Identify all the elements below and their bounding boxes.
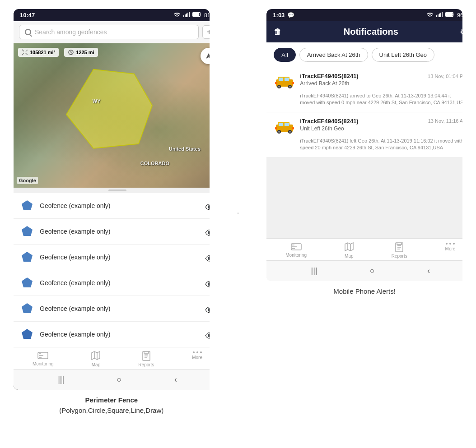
svg-rect-31 <box>285 78 289 81</box>
filter-tab-arrived[interactable]: Arrived Back At 26th <box>299 48 368 62</box>
nav-more[interactable]: More <box>192 351 202 367</box>
search-bar: Search among geofences + <box>14 21 210 43</box>
svg-rect-2 <box>186 14 187 17</box>
notif-event-1: Arrived Back At 26th <box>300 80 462 87</box>
notif-time-2: 13 Nov, 11:16 AM <box>428 118 462 124</box>
right-nav-map[interactable]: Map <box>345 242 354 259</box>
filter-tab-all[interactable]: All <box>274 48 295 62</box>
visibility-icon[interactable]: 👁‍🗨 <box>205 331 210 337</box>
right-android-back-btn[interactable]: ‹ <box>427 266 430 276</box>
android-menu-btn[interactable]: ||| <box>58 375 64 384</box>
svg-rect-46 <box>275 127 277 129</box>
nav-monitoring-label: Monitoring <box>33 361 54 366</box>
right-nav-reports-label: Reports <box>392 254 407 259</box>
geofence-icon <box>21 251 33 263</box>
right-nav-more[interactable]: More <box>445 242 456 259</box>
android-home-btn[interactable]: ○ <box>117 375 122 384</box>
right-signal-icon <box>436 12 443 18</box>
nav-reports-label: Reports <box>138 362 154 367</box>
notification-item-2[interactable]: iTrackEF4940S(8241) 13 Nov, 11:16 AM Uni… <box>266 112 462 157</box>
search-placeholder: Search among geofences <box>35 28 107 36</box>
right-reports-icon <box>395 242 404 252</box>
right-nav-monitoring[interactable]: Monitoring <box>285 242 307 259</box>
svg-rect-4 <box>189 12 190 17</box>
right-more-icon <box>446 242 455 245</box>
geofence-label: Geofence (example only) <box>40 254 199 261</box>
add-geofence-button[interactable]: + <box>202 25 210 39</box>
delete-button[interactable]: 🗑 <box>274 27 282 37</box>
svg-rect-21 <box>436 15 437 17</box>
right-nav-reports[interactable]: Reports <box>392 242 407 259</box>
geofence-label: Geofence (example only) <box>40 305 199 312</box>
nav-map[interactable]: Map <box>91 351 100 367</box>
list-item[interactable]: Geofence (example only) 👁‍🗨 <box>14 270 210 296</box>
left-caption: Perimeter Fence Perimeter Fence (Polygon… <box>14 390 210 416</box>
android-back-btn[interactable]: ‹ <box>174 375 177 384</box>
right-wifi-icon <box>426 12 434 18</box>
notif-device-2: iTrackEF4940S(8241) <box>300 118 358 125</box>
right-time: 1:03 <box>273 12 285 18</box>
notif-top-1: iTrackEF4940S(8241) 13 Nov, 01:04 PM Arr… <box>274 73 462 90</box>
notif-time-1: 13 Nov, 01:04 PM <box>428 74 462 79</box>
geofence-icon <box>21 199 33 212</box>
list-item[interactable]: Geofence (example only) 👁‍🗨 <box>14 219 210 245</box>
geofence-list: Geofence (example only) 👁‍🗨 Geofence (ex… <box>14 193 210 347</box>
battery-pct: 81% <box>204 12 210 18</box>
list-item[interactable]: Geofence (example only) 👁‍🗨 <box>14 245 210 270</box>
notification-item-1[interactable]: iTrackEF4940S(8241) 13 Nov, 01:04 PM Arr… <box>266 67 462 112</box>
notif-meta-2: iTrackEF4940S(8241) 13 Nov, 11:16 AM Uni… <box>300 118 462 132</box>
distance-stat: 1225 mi <box>64 48 98 57</box>
list-item[interactable]: Geofence (example only) 👁‍🗨 <box>14 193 210 219</box>
svg-point-51 <box>449 243 451 245</box>
nav-monitoring[interactable]: Monitoring <box>33 351 54 367</box>
list-item[interactable]: Geofence (example only) 👁‍🗨 <box>14 322 210 347</box>
right-android-home-btn[interactable]: ○ <box>370 266 375 276</box>
svg-rect-27 <box>446 13 453 16</box>
svg-marker-7 <box>66 69 152 148</box>
svg-marker-14 <box>22 303 33 313</box>
svg-rect-37 <box>292 82 294 84</box>
notifications-header: 🗑 Notifications ⚙ <box>266 21 462 42</box>
svg-rect-0 <box>183 15 184 17</box>
visibility-icon[interactable]: 👁‍🗨 <box>205 203 210 209</box>
svg-rect-25 <box>442 12 443 17</box>
right-status-bar: 1:03 💬 <box>266 9 462 21</box>
left-bottom-nav: Monitoring Map Reports <box>14 347 210 369</box>
visibility-icon[interactable]: 👁‍🗨 <box>205 305 210 312</box>
geofence-icon <box>21 328 33 341</box>
gray-area <box>266 157 462 238</box>
right-status-icons: 96% <box>426 12 462 18</box>
svg-point-35 <box>289 86 291 88</box>
notif-top-2: iTrackEF4940S(8241) 13 Nov, 11:16 AM Uni… <box>274 118 462 135</box>
right-screen: 1:03 💬 <box>266 9 462 281</box>
search-input-area[interactable]: Search among geofences <box>19 25 199 39</box>
map-label-wy: WY <box>93 98 101 104</box>
right-nav-map-label: Map <box>345 254 353 259</box>
nav-more-label: More <box>192 355 202 360</box>
battery-icon <box>192 12 201 18</box>
svg-point-43 <box>278 131 280 133</box>
list-item[interactable]: Geofence (example only) 👁‍🗨 <box>14 296 210 322</box>
left-caption-detail: (Polygon,Circle,Square,Line,Draw) <box>59 406 163 414</box>
visibility-icon[interactable]: 👁‍🗨 <box>205 254 210 260</box>
settings-button[interactable]: ⚙ <box>460 27 462 37</box>
right-monitoring-icon <box>291 242 302 251</box>
svg-rect-1 <box>185 14 186 17</box>
right-android-menu-btn[interactable]: ||| <box>311 266 317 276</box>
car-avatar-1 <box>274 73 295 90</box>
google-logo: Google <box>17 177 38 184</box>
svg-marker-12 <box>22 252 33 262</box>
visibility-icon[interactable]: 👁‍🗨 <box>205 280 210 286</box>
geofence-icon <box>21 302 33 315</box>
left-screen: 10:47 <box>14 9 210 390</box>
visibility-icon[interactable]: 👁‍🗨 <box>205 228 210 235</box>
map-area[interactable]: 105821 mi² 1225 mi WY United States COLO… <box>14 43 210 188</box>
svg-point-33 <box>278 86 280 88</box>
nav-reports[interactable]: Reports <box>138 351 154 367</box>
svg-rect-6 <box>193 13 199 16</box>
filter-tab-unit-left[interactable]: Unit Left 26th Geo <box>372 48 435 62</box>
geofence-icon <box>21 225 33 238</box>
scroll-indicator <box>14 188 210 193</box>
map-label-us: United States <box>169 146 201 152</box>
svg-rect-47 <box>292 127 294 129</box>
